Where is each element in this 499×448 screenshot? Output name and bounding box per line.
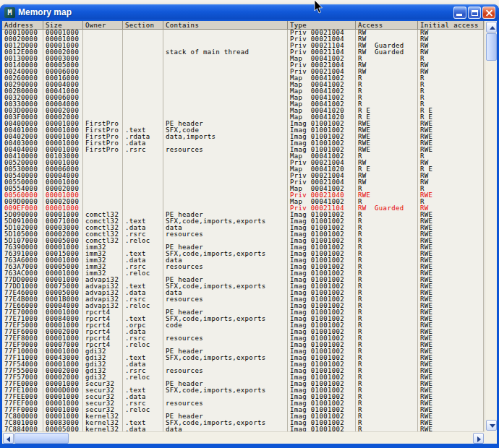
table-row[interactable]: 77E4600000005000advapi32.datadataImag 01… <box>2 290 485 296</box>
table-row[interactable]: 7639000000001000imm32PE headerImag 01001… <box>2 244 485 251</box>
table-row[interactable]: 77FEE00000001000secur32.dataImag 0100100… <box>2 394 485 400</box>
table-row[interactable]: 009EF00000001000Priv 00021104RW GuardedR… <box>2 205 485 212</box>
table-row[interactable]: 0055000000001000Priv 00021004RWRW <box>2 179 485 186</box>
table-row[interactable]: 5D09000000001000comctl32PE headerImag 01… <box>2 212 485 218</box>
table-row[interactable]: 0013000000003000Map 00041002RR <box>2 56 485 62</box>
scroll-left-button[interactable] <box>3 433 14 444</box>
table-row[interactable]: 77E6600000004000advapi32.relocImag 01001… <box>2 303 485 309</box>
table-row[interactable]: 0040400000001000FirstPro.rsrcresourcesIm… <box>2 147 485 153</box>
vertical-scrollbar[interactable] <box>485 21 497 431</box>
table-row[interactable]: 0002000000001000Priv 00021004RWRW <box>2 36 485 43</box>
cell-section <box>123 101 163 108</box>
table-row[interactable]: 009D000000002000Map 00041002RR <box>2 199 485 205</box>
table-row[interactable]: 77EF900000007000rpcrt4.relocImag 0100100… <box>2 342 485 348</box>
horizontal-scrollbar-thumb[interactable] <box>14 433 69 444</box>
cell-access: RWE <box>356 147 418 153</box>
table-row[interactable]: 003F000000002000Map 00041020R ER E <box>2 114 485 121</box>
minimize-button[interactable] <box>453 7 466 19</box>
cell-access: R <box>356 387 418 394</box>
cell-contains: SFX,code <box>163 127 288 134</box>
table-row[interactable]: 77EF500000001000rpcrt4.orpccodeImag 0100… <box>2 322 485 329</box>
table-row[interactable]: 0032000000006000Map 00041002RR <box>2 95 485 101</box>
column-header-owner[interactable]: Owner <box>83 21 123 30</box>
table-row[interactable]: 0052000000001000Priv 00021004RWRW <box>2 160 485 166</box>
table-row[interactable]: 0053000000006000Map 00041020R ER E <box>2 166 485 173</box>
cell-owner <box>83 186 123 192</box>
cell-size: 00002000 <box>43 108 83 114</box>
cell-section: .data <box>123 257 163 264</box>
column-header-initial-access[interactable]: Initial access <box>418 21 484 30</box>
table-row[interactable]: 5D10700000005000comctl32.relocImag 01001… <box>2 238 485 244</box>
table-row[interactable]: 77FF000000001000secur32.relocImag 010010… <box>2 407 485 413</box>
table-row[interactable]: 77FE000000001000secur32PE headerImag 010… <box>2 381 485 387</box>
table-row[interactable]: 5D10200000003000comctl32.datadataImag 01… <box>2 225 485 231</box>
cell-address: 00020000 <box>2 36 43 43</box>
table-row[interactable]: 0056000000001000Priv 00021040RWERWE <box>2 192 485 199</box>
table-row[interactable]: 0026000000016000Map 00041002RR <box>2 75 485 82</box>
table-row[interactable]: 763AC00000001000imm32.relocImag 01001002… <box>2 270 485 277</box>
scroll-up-button[interactable] <box>486 22 497 33</box>
column-header-access[interactable]: Access <box>356 21 418 30</box>
table-row[interactable]: 0054000000004000Priv 00021004RWRW <box>2 173 485 179</box>
vertical-scrollbar-thumb[interactable] <box>486 33 497 61</box>
cell-contains <box>163 114 288 121</box>
table-row[interactable]: 0033000000004000Map 00041002RR <box>2 101 485 108</box>
column-header-contains[interactable]: Contains <box>163 21 288 30</box>
cell-address: 7C801000 <box>2 420 43 426</box>
maximize-button[interactable] <box>468 7 481 19</box>
cell-type: Imag 01001002 <box>288 238 356 244</box>
table-row[interactable]: 0029000000004000Map 00041002RR <box>2 82 485 88</box>
table-row[interactable]: 77DD100000075000advapi32.textSFX,code,im… <box>2 283 485 290</box>
table-row[interactable]: 0024000000006000Priv 00021004RWRW <box>2 69 485 75</box>
table-row[interactable]: 003D000000002000Map 00041020R ER E <box>2 108 485 114</box>
cell-initial_access: RW <box>418 205 484 212</box>
scroll-down-button[interactable] <box>486 420 497 431</box>
table-row[interactable]: 77E4B0000001B000advapi32.rsrcresourcesIm… <box>2 296 485 303</box>
table-row[interactable]: 002B000000041000Map 00041002RR <box>2 88 485 95</box>
cell-address: 76391000 <box>2 251 43 257</box>
table-row[interactable]: 0001000000001000Priv 00021004RWRW <box>2 30 485 36</box>
table-row[interactable]: 5D10500000002000comctl32.rsrcresourcesIm… <box>2 231 485 238</box>
table-row[interactable]: 7639100000015000imm32.textSFX,code,impor… <box>2 251 485 257</box>
left-arrow-icon <box>7 436 10 442</box>
table-row[interactable]: 77FEF00000001000secur32.rsrcresourcesIma… <box>2 400 485 407</box>
table-row[interactable]: 5D09100000071000comctl32.textSFX,code,im… <box>2 218 485 225</box>
table-row[interactable]: 77E7000000001000rpcrt4PE headerImag 0100… <box>2 309 485 316</box>
table-row[interactable]: 77FE10000000D000secur32.textSFX,code,imp… <box>2 387 485 394</box>
table-row[interactable]: 763A700000005000imm32.rsrcresourcesImag … <box>2 264 485 270</box>
horizontal-scrollbar[interactable] <box>2 431 485 444</box>
column-header-address[interactable]: Address <box>2 21 43 30</box>
table-row[interactable]: 0040200000001000FirstPro.rdatadata,impor… <box>2 134 485 140</box>
cell-initial_access: RWE <box>418 296 484 303</box>
table-row[interactable]: 77EF800000001000rpcrt4.rsrcresourcesImag… <box>2 335 485 342</box>
scroll-right-button[interactable] <box>473 433 484 444</box>
table-row[interactable]: 77F1100000043000gdi32.textSFX,code,impor… <box>2 355 485 361</box>
close-button[interactable] <box>482 7 495 19</box>
table-row[interactable]: 77E7100000084000rpcrt4.textSFX,code,impo… <box>2 316 485 322</box>
table-row[interactable]: 0012D00000001000Priv 00021104RW GuardedR… <box>2 43 485 49</box>
table-row[interactable]: 0055400000002000Map 00041002RR <box>2 186 485 192</box>
table-row[interactable]: 7C80000000001000kernel32PE headerImag 01… <box>2 413 485 420</box>
cell-type: Imag 01001002 <box>288 355 356 361</box>
table-row[interactable]: 0040100000001000FirstPro.textSFX,codeIma… <box>2 127 485 134</box>
table-row[interactable]: 77F1000000001000gdi32PE headerImag 01001… <box>2 348 485 355</box>
column-header-section[interactable]: Section <box>123 21 163 30</box>
column-header-size[interactable]: Size <box>43 21 83 30</box>
table-row[interactable]: 77F5400000001000gdi32.dataImag 01001002R… <box>2 361 485 368</box>
table-row[interactable]: 0040300000001000FirstPro.dataImag 010010… <box>2 140 485 147</box>
column-header-type[interactable]: Type <box>288 21 356 30</box>
titlebar[interactable]: M Memory map <box>0 4 499 21</box>
table-row[interactable]: 0012E00000002000stack of main threadPriv… <box>2 49 485 56</box>
table-row[interactable]: 0041000000103000Map 00041002RR <box>2 153 485 160</box>
table-row[interactable]: 763A600000001000imm32.datadataImag 01001… <box>2 257 485 264</box>
table-row[interactable]: 0014000000005000Priv 00021004RWRW <box>2 62 485 69</box>
table-row[interactable]: 0040000000001000FirstProPE headerImag 01… <box>2 121 485 127</box>
table-row[interactable]: 7C80100000083000kernel32.textSFX,code,im… <box>2 420 485 426</box>
table-row[interactable]: 77DD000000001000advapi32PE headerImag 01… <box>2 277 485 283</box>
cell-type: Map 00041002 <box>288 75 356 82</box>
table-row[interactable]: 77F5500000002000gdi32.rsrcresourcesImag … <box>2 368 485 374</box>
table-row[interactable]: 7C88400000005000kernel32.datadataImag 01… <box>2 426 485 431</box>
cell-access: R <box>356 270 418 277</box>
table-row[interactable]: 77EF600000002000rpcrt4.dataImag 01001002… <box>2 329 485 335</box>
table-row[interactable]: 77F5700000002000gdi32.relocImag 01001002… <box>2 374 485 381</box>
